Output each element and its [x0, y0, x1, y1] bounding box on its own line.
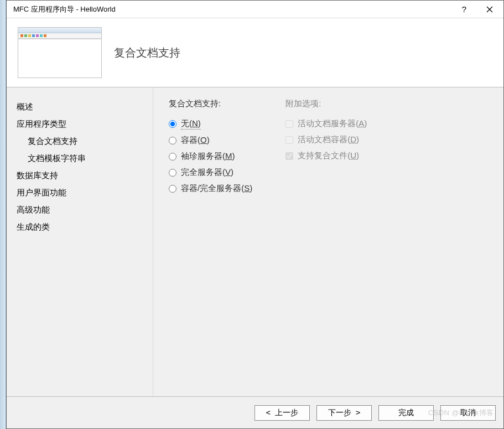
radio-full-server[interactable]: 完全服务器(V)	[169, 164, 252, 180]
titlebar: MFC 应用程序向导 - HelloWorld ?	[7, 1, 503, 18]
radio-container-server-input[interactable]	[169, 185, 176, 193]
close-icon	[486, 6, 493, 13]
nav-advanced[interactable]: 高级功能	[17, 201, 153, 219]
radio-container-server-label: 容器/完全服务器(S)	[181, 183, 252, 194]
check-active-doc-container-label: 活动文档容器(D)	[298, 135, 359, 145]
radio-mini-server[interactable]: 袖珍服务器(M)	[169, 148, 252, 164]
radio-none-label: 无(N)	[181, 118, 201, 130]
radio-container-server[interactable]: 容器/完全服务器(S)	[169, 180, 252, 197]
nav-database[interactable]: 数据库支持	[17, 167, 153, 184]
check-active-doc-server: 活动文档服务器(A)	[285, 116, 367, 132]
main-panel: 复合文档支持: 无(N) 容器(O) 袖珍服务器(M) 完全服务器(V)	[153, 87, 503, 396]
check-active-doc-server-label: 活动文档服务器(A)	[298, 118, 367, 129]
radio-full-server-label: 完全服务器(V)	[181, 167, 233, 178]
nav-ui-features[interactable]: 用户界面功能	[17, 184, 153, 201]
check-active-doc-container: 活动文档容器(D)	[285, 132, 367, 148]
prev-button[interactable]: < 上一步	[254, 405, 310, 421]
help-icon: ?	[462, 4, 466, 14]
radio-none-input[interactable]	[169, 120, 176, 128]
help-button[interactable]: ?	[451, 1, 477, 18]
nav-generated-classes[interactable]: 生成的类	[17, 219, 153, 236]
content-area: 概述 应用程序类型 复合文档支持 文档模板字符串 数据库支持 用户界面功能 高级…	[7, 87, 503, 396]
check-compound-files: 支持复合文件(U)	[285, 148, 367, 164]
radio-container-input[interactable]	[169, 137, 176, 144]
radio-mini-server-input[interactable]	[169, 153, 176, 161]
cancel-button[interactable]: 取消	[440, 405, 496, 421]
compound-doc-group: 复合文档支持: 无(N) 容器(O) 袖珍服务器(M) 完全服务器(V)	[169, 99, 252, 396]
additional-options-label: 附加选项:	[285, 99, 367, 109]
next-button[interactable]: 下一步 >	[316, 405, 372, 421]
preview-thumbnail	[18, 27, 102, 78]
wizard-dialog: MFC 应用程序向导 - HelloWorld ? 复合文档支持 概述 应用程序…	[6, 0, 504, 429]
compound-doc-label: 复合文档支持:	[169, 99, 252, 109]
nav-overview[interactable]: 概述	[17, 99, 153, 116]
check-active-doc-server-input	[285, 120, 293, 128]
radio-full-server-input[interactable]	[169, 169, 176, 177]
additional-options-group: 附加选项: 活动文档服务器(A) 活动文档容器(D) 支持复合文件(U)	[285, 99, 367, 396]
background-edge	[0, 0, 6, 429]
page-title: 复合文档支持	[114, 45, 180, 60]
header-area: 复合文档支持	[7, 18, 503, 87]
check-active-doc-container-input	[285, 136, 293, 144]
check-compound-files-label: 支持复合文件(U)	[298, 151, 359, 161]
radio-container-label: 容器(O)	[181, 135, 210, 146]
radio-container[interactable]: 容器(O)	[169, 132, 252, 148]
finish-button[interactable]: 完成	[378, 405, 434, 421]
footer: < 上一步 下一步 > 完成 取消	[7, 396, 503, 428]
radio-mini-server-label: 袖珍服务器(M)	[181, 151, 235, 162]
nav-compound-doc[interactable]: 复合文档支持	[17, 133, 153, 150]
nav-doc-template[interactable]: 文档模板字符串	[17, 150, 153, 167]
window-title: MFC 应用程序向导 - HelloWorld	[13, 4, 451, 14]
radio-none[interactable]: 无(N)	[169, 116, 252, 132]
close-button[interactable]	[477, 1, 502, 18]
check-compound-files-input	[285, 152, 293, 160]
sidebar: 概述 应用程序类型 复合文档支持 文档模板字符串 数据库支持 用户界面功能 高级…	[7, 87, 153, 396]
nav-app-type[interactable]: 应用程序类型	[17, 116, 153, 133]
